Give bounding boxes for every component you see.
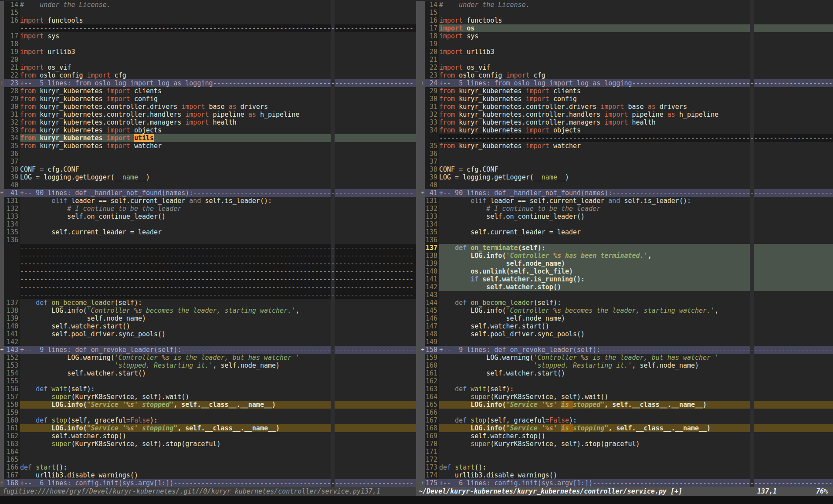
code-line[interactable]: 34from kuryr_kubernetes import utils xyxy=(0,134,416,142)
fold-line[interactable]: +41+-- 90 lines: def _handler_not_found(… xyxy=(416,189,833,197)
line-text[interactable] xyxy=(439,9,833,17)
line-text[interactable]: CONF = cfg.CONF xyxy=(439,166,833,173)
code-line[interactable]: 144 def on_become_leader(self): xyxy=(416,299,833,307)
code-line[interactable]: 36 xyxy=(416,150,833,158)
code-line[interactable]: 164 super(KuryrK8sService, self).wait() xyxy=(416,393,833,401)
code-line[interactable]: 21import os_vif xyxy=(0,64,416,71)
line-text[interactable]: import os_vif xyxy=(439,64,833,71)
code-line[interactable]: 28from kuryr_kubernetes import clients xyxy=(0,87,416,95)
code-line[interactable]: 134 xyxy=(416,220,833,228)
line-text[interactable]: from oslo_config import cfg xyxy=(20,71,416,79)
line-text[interactable]: import functools xyxy=(20,17,416,24)
line-text[interactable]: ----------------------------------------… xyxy=(20,283,416,291)
code-line[interactable]: 40 xyxy=(416,181,833,189)
code-line[interactable]: 20 xyxy=(0,56,416,64)
code-line[interactable]: 132 # I continue to be the leader xyxy=(0,205,416,213)
code-line[interactable]: 165 LOG.info("Service '%s' is stopped", … xyxy=(416,401,833,409)
line-text[interactable]: elif leader == self.current_leader and s… xyxy=(439,197,833,205)
line-text[interactable]: self.on_continue_leader() xyxy=(20,213,416,220)
code-line[interactable]: 32from kuryr_kubernetes.controller.handl… xyxy=(416,111,833,118)
right-editor-pane[interactable]: 14# under the License.1516import functoo… xyxy=(416,0,833,487)
code-line[interactable]: 136 xyxy=(416,236,833,244)
line-text[interactable]: from oslo_config import cfg xyxy=(439,71,833,79)
code-line[interactable]: 161 self.watcher.start() xyxy=(416,369,833,377)
line-text[interactable] xyxy=(20,220,416,228)
code-line[interactable]: 174 urllib3.disable_warnings() xyxy=(416,471,833,479)
code-line[interactable]: 132 # I continue to be the leader xyxy=(416,205,833,213)
code-line[interactable]: 137 def on_terminate(self): xyxy=(416,244,833,252)
line-text[interactable]: import functools xyxy=(439,17,833,24)
code-line[interactable]: 154 self.watcher.start() xyxy=(0,369,416,377)
code-line[interactable]: 152 LOG.warning('Controller %s is the le… xyxy=(0,354,416,362)
line-text[interactable]: os.unlink(self._lock_file) xyxy=(439,267,833,275)
line-text[interactable] xyxy=(439,181,833,189)
code-line[interactable]: 14# under the License. xyxy=(0,1,416,9)
line-text[interactable]: from kuryr_kubernetes import objects xyxy=(20,126,416,134)
line-text[interactable] xyxy=(20,448,416,456)
line-text[interactable]: def on_become_leader(self): xyxy=(20,299,416,307)
code-line[interactable]: 135 self.current_leader = leader xyxy=(416,228,833,236)
code-line[interactable]: 29from kuryr_kubernetes import clients xyxy=(416,87,833,95)
line-text[interactable] xyxy=(20,409,416,416)
fold-column-plus-icon[interactable]: + xyxy=(0,79,4,87)
line-text[interactable]: ----------------------------------------… xyxy=(20,267,416,275)
code-line[interactable]: 147 self.watcher.start() xyxy=(416,322,833,330)
line-text[interactable] xyxy=(20,377,416,385)
code-line[interactable]: 170 super(KuryrK8sService, self).stop(gr… xyxy=(416,440,833,448)
code-line[interactable]: 135 self.current_leader = leader xyxy=(0,228,416,236)
line-text[interactable]: +-- 6 lines: config.init(sys.argv[1:])--… xyxy=(20,479,416,487)
line-text[interactable]: self.node_name) xyxy=(439,260,833,267)
fold-line[interactable]: +143+-- 9 lines: def on_revoke_leader(se… xyxy=(0,346,416,354)
code-line[interactable]: 139 self.node_name) xyxy=(0,315,416,322)
line-text[interactable]: +-- 90 lines: def _handler_not_found(nam… xyxy=(20,189,416,197)
code-line[interactable]: 38CONF = cfg.CONF xyxy=(416,166,833,173)
line-text[interactable]: def on_become_leader(self): xyxy=(439,299,833,307)
line-text[interactable]: self.watcher.start() xyxy=(20,322,416,330)
line-text[interactable]: LOG.info("Service '%s' stopping", self._… xyxy=(20,424,416,432)
code-line[interactable]: 15 xyxy=(0,9,416,17)
line-text[interactable] xyxy=(439,291,833,299)
line-text[interactable] xyxy=(439,456,833,463)
line-text[interactable]: +-- 9 lines: def on_revoke_leader(self):… xyxy=(439,346,833,354)
code-line[interactable]: 141 if self.watcher.is_running(): xyxy=(416,275,833,283)
line-text[interactable]: from kuryr_kubernetes import clients xyxy=(20,87,416,95)
fold-column-plus-icon[interactable]: + xyxy=(421,189,425,197)
code-line[interactable]: 149 xyxy=(416,338,833,346)
line-text[interactable] xyxy=(20,56,416,64)
code-line[interactable]: 146 self.node_name) xyxy=(416,315,833,322)
code-line[interactable]: 141 self.pool_driver.sync_pools() xyxy=(0,330,416,338)
code-line[interactable]: 140 os.unlink(self._lock_file) xyxy=(416,267,833,275)
line-text[interactable]: # I continue to be the leader xyxy=(439,205,833,213)
diff-filler-line[interactable]: ----------------------------------------… xyxy=(0,244,416,252)
line-text[interactable]: # under the License. xyxy=(439,1,833,9)
fold-column-plus-icon[interactable]: + xyxy=(0,346,4,354)
code-line[interactable]: 22import os_vif xyxy=(416,64,833,71)
line-text[interactable]: self.pool_driver.sync_pools() xyxy=(439,330,833,338)
line-text[interactable]: self.watcher.stop() xyxy=(20,432,416,440)
line-text[interactable]: import urllib3 xyxy=(439,48,833,56)
line-text[interactable]: LOG.warning('Controller %s is the leader… xyxy=(439,354,833,362)
code-line[interactable]: 33from kuryr_kubernetes.controller.manag… xyxy=(416,118,833,126)
line-text[interactable]: LOG.info("Service '%s' stopped", self.__… xyxy=(20,401,416,409)
diff-filler-line[interactable]: ----------------------------------------… xyxy=(0,252,416,260)
line-text[interactable]: import os_vif xyxy=(20,64,416,71)
line-text[interactable]: LOG.info('Controller %s becomes the lead… xyxy=(439,307,833,315)
line-text[interactable] xyxy=(20,9,416,17)
line-text[interactable]: LOG = logging.getLogger(__name__) xyxy=(20,173,416,181)
fold-line[interactable]: +41+-- 90 lines: def _handler_not_found(… xyxy=(0,189,416,197)
code-line[interactable]: 39LOG = logging.getLogger(__name__) xyxy=(416,173,833,181)
line-text[interactable]: self.watcher.start() xyxy=(20,369,416,377)
line-text[interactable] xyxy=(20,236,416,244)
code-line[interactable]: 138 LOG.info('Controller %s has been ter… xyxy=(416,252,833,260)
diff-filler-line[interactable]: ----------------------------------------… xyxy=(416,134,833,142)
line-text[interactable] xyxy=(439,448,833,456)
code-line[interactable]: 163 def wait(self): xyxy=(416,385,833,393)
code-line[interactable]: 32from kuryr_kubernetes.controller.manag… xyxy=(0,118,416,126)
code-line[interactable]: 37 xyxy=(0,158,416,166)
line-text[interactable]: # under the License. xyxy=(20,1,416,9)
code-line[interactable]: 21 xyxy=(416,56,833,64)
line-text[interactable]: from kuryr_kubernetes.controller.drivers… xyxy=(20,103,416,111)
line-text[interactable]: self.watcher.stop() xyxy=(439,283,833,291)
line-text[interactable]: urllib3.disable_warnings() xyxy=(20,471,416,479)
line-text[interactable]: urllib3.disable_warnings() xyxy=(439,471,833,479)
